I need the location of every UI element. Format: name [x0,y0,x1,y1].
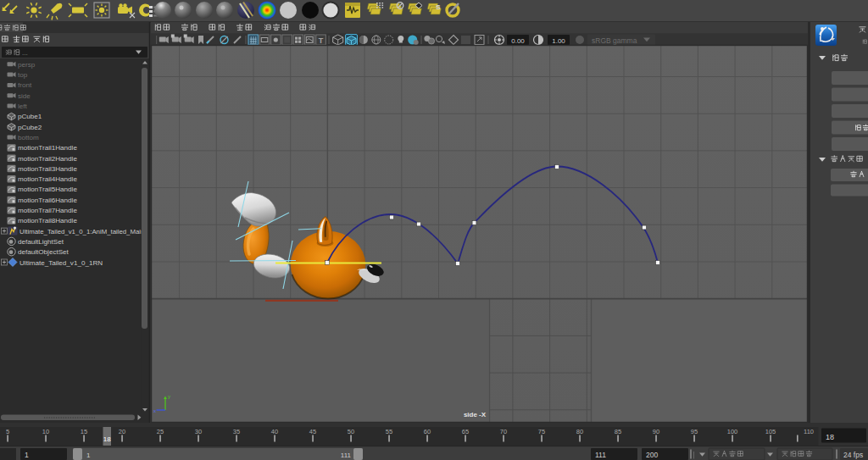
svg-text:70: 70 [500,428,507,435]
svg-text:pCube2: pCube2 [18,124,42,131]
svg-text:24 fps: 24 fps [843,451,863,459]
svg-text:40: 40 [271,428,278,435]
svg-text:1: 1 [25,451,29,459]
svg-text:y: y [168,394,170,399]
svg-text:5: 5 [6,428,9,435]
svg-text:200: 200 [646,451,658,459]
svg-text:105: 105 [765,428,776,435]
svg-text:Ultimate_Tailed_v1_0_1:AniM_ta: Ultimate_Tailed_v1_0_1:AniM_tailed_Main [19,228,144,236]
svg-text:18: 18 [103,435,111,443]
svg-text:25: 25 [157,428,164,435]
svg-text:motionTrail5Handle: motionTrail5Handle [18,186,77,193]
svg-text:110: 110 [804,428,814,435]
svg-text:motionTrail2Handle: motionTrail2Handle [18,155,77,163]
svg-text:50: 50 [348,428,354,435]
svg-text:65: 65 [462,428,469,435]
svg-text:111: 111 [341,452,352,459]
svg-text:35: 35 [233,428,240,435]
svg-text:sRGB gamma: sRGB gamma [592,36,637,45]
svg-text:60: 60 [424,428,431,435]
svg-text:15: 15 [81,428,87,435]
svg-text:motionTrail6Handle: motionTrail6Handle [18,197,77,204]
svg-text:defaultLightSet: defaultLightSet [18,238,64,246]
svg-text:1.00: 1.00 [552,37,565,45]
svg-text:bottom: bottom [18,134,39,141]
svg-text:defaultObjectSet: defaultObjectSet [18,248,70,256]
svg-text:T: T [319,36,324,45]
svg-text:S: S [436,3,441,11]
svg-text:111: 111 [595,451,606,459]
svg-text:motionTrail4Handle: motionTrail4Handle [18,175,77,183]
svg-text:motionTrail3Handle: motionTrail3Handle [18,165,77,173]
svg-text:0.00: 0.00 [511,37,525,45]
svg-text:18: 18 [826,433,834,441]
svg-text:10: 10 [42,428,49,435]
svg-text:persp: persp [18,61,36,69]
svg-text:90: 90 [653,428,659,435]
svg-text:100: 100 [727,428,738,435]
svg-text:motionTrail8Handle: motionTrail8Handle [18,217,77,224]
svg-text:55: 55 [386,428,392,435]
svg-text:front: front [18,81,32,89]
svg-text:left: left [18,103,28,110]
svg-text:pCube1: pCube1 [18,113,42,120]
svg-text:30: 30 [195,428,202,435]
svg-text:80: 80 [576,428,583,435]
svg-text:85: 85 [615,428,621,435]
svg-text:motionTrail1Handle: motionTrail1Handle [18,144,77,152]
svg-text:75: 75 [538,428,545,435]
svg-text:20: 20 [119,428,125,435]
svg-text:side -X: side -X [464,411,487,418]
svg-text:top: top [18,71,28,79]
svg-text:95: 95 [691,428,698,435]
svg-text:side: side [18,92,31,100]
svg-text:45: 45 [309,428,316,435]
svg-text:1: 1 [86,452,91,459]
svg-text:motionTrail7Handle: motionTrail7Handle [18,207,77,214]
svg-text:Ultimate_Tailed_v1_0_1RN: Ultimate_Tailed_v1_0_1RN [19,259,103,267]
svg-text:...: ... [22,49,28,57]
svg-text:x: x [153,408,156,413]
